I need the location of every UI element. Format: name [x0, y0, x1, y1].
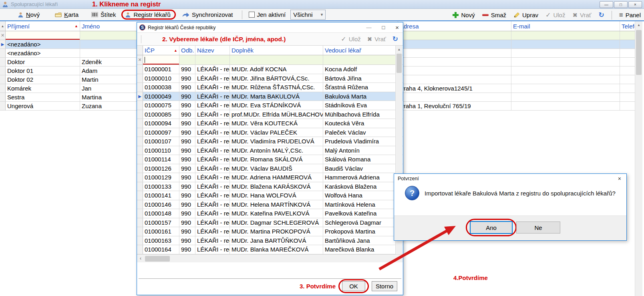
dialog-close-button[interactable]: ×: [618, 175, 621, 182]
cell-doplnek: MUDr. Vladimíra PRUDELOVÁ: [230, 137, 323, 146]
filter-input-email[interactable]: [511, 31, 620, 40]
cell-surname: <nezadáno>: [6, 40, 80, 48]
registry-revert-button[interactable]: ✖ Vrať: [367, 36, 386, 42]
column-header-nazev[interactable]: Název: [195, 46, 230, 55]
column-header-odb[interactable]: Odb.: [179, 46, 195, 55]
restore-button[interactable]: □: [614, 1, 628, 8]
cell-address: [398, 58, 511, 66]
table-row[interactable]: 01000164990LÉKAŘI - regMUDr. Blanka MARE…: [137, 245, 403, 254]
filter-dropdown[interactable]: Všichni ▾: [290, 10, 326, 20]
cell-doplnek: MUDr. Blanka MAREČKOVÁ: [230, 245, 323, 254]
registry-save-label: Ulož: [349, 36, 361, 42]
registry-filter-row: ✕: [137, 55, 403, 65]
vscroll-thumb[interactable]: [636, 30, 642, 75]
ok-button[interactable]: OK: [342, 281, 365, 291]
column-header-surname[interactable]: Příjmení▲: [6, 21, 80, 31]
column-header-vedouci[interactable]: Vedoucí lékař: [323, 46, 396, 55]
hscroll-thumb[interactable]: [145, 256, 170, 262]
cell-odb: 990: [179, 236, 195, 245]
column-header-doplnek[interactable]: Doplněk: [230, 46, 323, 55]
table-row[interactable]: ▶01000049990LÉKAŘI - regMUDr. Marta BAKU…: [137, 92, 403, 101]
column-header-address[interactable]: Adresa: [398, 21, 511, 31]
storno-button[interactable]: Storno: [372, 281, 397, 291]
record-new-button[interactable]: Nový: [453, 12, 475, 18]
cell-vedouci: Bakulová Marta: [323, 92, 396, 101]
table-row[interactable]: 01000161990LÉKAŘI - regMUDr. Martina PRO…: [137, 227, 403, 236]
synchronize-button[interactable]: Synchronizovat: [182, 11, 233, 18]
cell-address: Praha 1, Revoluční 765/19: [398, 102, 511, 110]
main-grid-vscrollbar[interactable]: ▲: [635, 21, 642, 296]
filter-input-phone[interactable]: [620, 31, 635, 40]
record-edit-button[interactable]: Uprav: [513, 12, 538, 18]
cell-icp: 01000097: [143, 128, 179, 137]
new-button[interactable]: Nový: [18, 11, 40, 18]
filter-input-doplnek[interactable]: [230, 55, 323, 64]
clear-filter-button[interactable]: ✕: [137, 55, 143, 64]
registry-refresh-button[interactable]: ↻: [392, 36, 398, 42]
card-button[interactable]: Karta: [55, 11, 78, 18]
scroll-right-button[interactable]: ›: [396, 255, 403, 262]
dialog-close-button[interactable]: ×: [395, 24, 399, 31]
scroll-up-button[interactable]: ▲: [635, 21, 642, 28]
clear-filter-button[interactable]: ✕: [0, 31, 6, 40]
label-button[interactable]: Štítek: [91, 11, 116, 18]
minimize-button[interactable]: —: [600, 1, 613, 8]
column-header-phone[interactable]: Telefon: [620, 21, 635, 31]
record-save-button[interactable]: ✓ Ulož: [545, 12, 565, 18]
table-row[interactable]: 01000107990LÉKAŘI - regMUDr. Vladimíra P…: [137, 137, 403, 146]
yes-button[interactable]: Ano: [470, 221, 512, 234]
dialog-minimize-button[interactable]: —: [366, 24, 371, 30]
record-revert-button[interactable]: ✖ Vrať: [572, 12, 591, 18]
table-row[interactable]: 01000038990LÉKAŘI - regMUDr. Růžena ŠŤAS…: [137, 83, 403, 92]
record-delete-button[interactable]: Smaž: [482, 12, 506, 18]
table-row[interactable]: 01000001990LÉKAŘI - regMUDr. Adolf KOCNA…: [137, 65, 403, 74]
table-row[interactable]: 01000163990LÉKAŘI - regMUDr. Jana BARTŮŇ…: [137, 236, 403, 246]
cell-vedouci: Malý Antonín: [323, 146, 396, 155]
cell-vedouci: Prudelová Vladimíra: [323, 137, 396, 146]
table-row[interactable]: 01000148990LÉKAŘI - regMUDr. Kateřina PA…: [137, 209, 403, 218]
row-marker: [137, 146, 143, 155]
table-row[interactable]: 01000133990LÉKAŘI - regMUDr. Blažena KAR…: [137, 182, 403, 191]
cell-odb: 990: [179, 110, 195, 119]
vscroll-thumb[interactable]: [396, 54, 402, 73]
person-icon: [125, 12, 131, 18]
registry-save-button[interactable]: ✓ Ulož: [341, 36, 360, 42]
filter-input-address[interactable]: [398, 31, 511, 40]
filter-input-odb[interactable]: [179, 55, 195, 64]
table-row[interactable]: 01000157990LÉKAŘI - regMUDr. Dagmar SCHL…: [137, 218, 403, 228]
record-toolbar: Nový Smaž Uprav ✓ Ulož ✖ Vrať ↻ ≡ Panel: [453, 9, 641, 21]
scroll-left-button[interactable]: ‹: [137, 255, 144, 262]
cell-nazev: LÉKAŘI - reg: [195, 191, 230, 200]
column-header-icp[interactable]: IČP▲: [143, 46, 179, 55]
table-row[interactable]: 01000097990LÉKAŘI - regMUDr. Václav PALE…: [137, 128, 403, 137]
table-row[interactable]: 01000114990LÉKAŘI - regMUDr. Romana SKÁL…: [137, 155, 403, 164]
row-marker: [0, 66, 6, 75]
table-row[interactable]: 01000075990LÉKAŘI - regMUDr. Eva STÁDNÍK…: [137, 101, 403, 110]
row-marker: [137, 65, 143, 74]
registry-hscrollbar[interactable]: ‹ ›: [137, 254, 403, 262]
active-only-checkbox[interactable]: Jen aktivní: [249, 11, 286, 18]
close-button[interactable]: ×: [628, 1, 642, 8]
table-row[interactable]: 01000010990LÉKAŘI - regMUDr. Jiřina BÁRT…: [137, 74, 403, 83]
panel-button[interactable]: ≡ Panel: [619, 12, 641, 18]
scroll-left-icon: ‹: [140, 256, 141, 261]
table-row[interactable]: 01000126990LÉKAŘI - regMUDr. Václav BAUD…: [137, 164, 403, 173]
filter-input-icp[interactable]: [143, 55, 179, 64]
filter-input-surname[interactable]: [6, 31, 80, 40]
row-marker: [137, 164, 143, 173]
column-header-email[interactable]: E-mail: [511, 21, 620, 31]
registry-button[interactable]: Registr lékařů: [121, 10, 176, 20]
table-row[interactable]: 01000129990LÉKAŘI - regMUDr. Adriena HAM…: [137, 173, 403, 182]
table-row[interactable]: 01000141990LÉKAŘI - regMUDr. Hana WOLFOV…: [137, 191, 403, 200]
table-row[interactable]: 01000146990LÉKAŘI - regMUDr. Helena MART…: [137, 200, 403, 209]
row-marker: [0, 102, 6, 110]
table-row[interactable]: 01000085990LÉKAŘI - regprof.MUDr. Elfríd…: [137, 110, 403, 119]
no-button[interactable]: Ne: [516, 221, 560, 234]
table-row[interactable]: 01000094990LÉKAŘI - regMUDr. Věra KOUTEC…: [137, 119, 403, 128]
table-row[interactable]: 01000110990LÉKAŘI - regMUDr. Antonín MAL…: [137, 146, 403, 155]
dialog-maximize-button[interactable]: □: [382, 24, 385, 30]
filter-input-nazev[interactable]: [195, 55, 230, 64]
refresh-button[interactable]: ↻: [598, 12, 604, 18]
filter-input-vedouci[interactable]: [323, 55, 396, 64]
scroll-up-button[interactable]: ▲: [396, 46, 402, 53]
